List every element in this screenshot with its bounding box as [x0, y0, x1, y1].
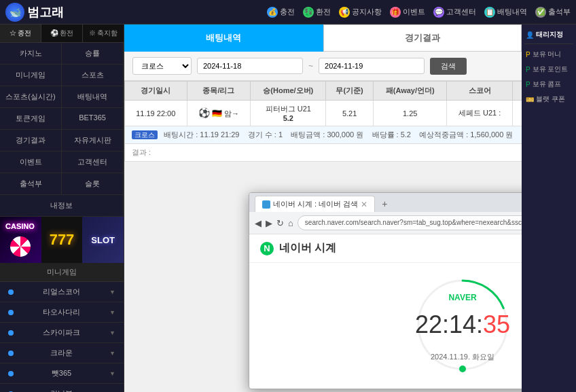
col-result: 결과	[513, 82, 522, 101]
sidebar-menu-token[interactable]: 토큰게임	[0, 108, 62, 130]
cell-league: ⚽ 🇩🇪 암→	[187, 101, 251, 126]
tab-label: 네이버 시계 : 네이버 검색	[273, 199, 358, 209]
sidebar-menu-attendance[interactable]: 출석부	[0, 173, 62, 195]
sidebar-tab-exchange[interactable]: ⚽ 환전	[41, 24, 83, 42]
slot-banner[interactable]: SLOT	[82, 217, 124, 263]
nav-item-exchange[interactable]: 💱 환전	[303, 7, 331, 18]
nav-item-attendance[interactable]: ✅ 출석부	[535, 7, 571, 18]
nav-item-notice[interactable]: 📢 공지사항	[339, 7, 382, 18]
sidebar-menu-casino[interactable]: 카지노	[0, 43, 62, 65]
slot-banner-777[interactable]: 777	[41, 217, 83, 263]
col-draw: 무(기준)	[326, 82, 374, 101]
nav-item-support[interactable]: 💬 고객센터	[433, 7, 476, 18]
bet-time: 배팅시간 : 11.19 21:29	[164, 130, 239, 139]
right-panel: 👤 태리지정 P 보유 머니 P 보유 포인트 P 보유 콤프 🎫 블랫 쿠폰	[522, 24, 576, 392]
naver-clock-label: NAVER	[448, 293, 476, 302]
casino-label: CASINO	[5, 222, 35, 230]
chevron-down-icon-3: ▼	[109, 329, 115, 336]
logo-icon: 🐋	[5, 3, 24, 22]
attendance-icon: ✅	[535, 7, 546, 18]
nav-refresh-button[interactable]: ↻	[276, 216, 284, 230]
panel-item-points[interactable]: P 보유 포인트	[524, 62, 573, 77]
sidebar-list-item-bet365[interactable]: 뺏365 ▼	[0, 363, 124, 384]
col-score: 스코어	[447, 82, 513, 101]
sidebar-menu-results[interactable]: 경기결과	[0, 130, 62, 152]
sidebar-menu-bet365[interactable]: BET365	[62, 108, 124, 130]
naver-n-logo: N	[260, 242, 274, 255]
game-count: 경기 수 : 1	[248, 130, 283, 139]
col-datetime: 경기일시	[125, 82, 187, 101]
bet-detail-row: 크로스 배팅시간 : 11.19 21:29 경기 수 : 1 배팅금액 : 3…	[125, 126, 522, 144]
sidebar-menu-betting-history[interactable]: 배팅내역	[62, 86, 124, 108]
chevron-down-icon-4: ▼	[109, 350, 115, 357]
nav-back-button[interactable]: ◀	[255, 216, 262, 230]
search-button[interactable]: 검색	[430, 58, 467, 75]
nav-forward-button[interactable]: ▶	[266, 216, 272, 230]
sidebar-menu-winrate[interactable]: 승룔	[62, 43, 124, 65]
cell-datetime: 11.19 22:00	[125, 101, 187, 126]
logo[interactable]: 🐋 범고래	[5, 3, 64, 22]
tab-game-results[interactable]: 경기결과	[323, 24, 522, 52]
cross-badge: 크로스	[132, 130, 158, 139]
sidebar-list-item-taosadari[interactable]: 타오사다리 ▼	[0, 302, 124, 323]
sidebar-menu-board[interactable]: 자유게시판	[62, 130, 124, 152]
exchange-icon: 💱	[303, 7, 314, 18]
date-from-input[interactable]	[197, 58, 303, 74]
casino-banner[interactable]: CASINO	[0, 217, 41, 263]
expected-win: 예상적중금액 : 1,560,000 원	[419, 130, 513, 139]
sidebar-menu-slot[interactable]: 슬롯	[62, 173, 124, 195]
charge-icon: 💰	[267, 7, 278, 18]
slot-777-icon: 777	[50, 231, 75, 249]
tab-betting-history[interactable]: 배팅내역	[124, 24, 323, 52]
tab-close-icon[interactable]: ✕	[361, 200, 367, 209]
browser-overlay: 네이버 시계 : 네이버 검색 ✕ + ◀ ▶ ↻ ⌂ search.naver…	[249, 192, 522, 389]
sport-filter-select[interactable]: 크로스	[132, 57, 192, 75]
clock-time-display: 22:14:35	[415, 310, 510, 339]
result-row: 결과 :	[125, 144, 522, 162]
event-icon: 🎁	[390, 7, 401, 18]
cell-home: 피터버그 U21 5.2	[251, 101, 326, 126]
browser-tab[interactable]: 네이버 시계 : 네이버 검색 ✕	[255, 196, 375, 212]
sidebar-list-item-runningball[interactable]: 런닝볼 ▼	[0, 384, 124, 392]
date-to-input[interactable]	[319, 58, 425, 74]
sidebar-list-item-skypark[interactable]: 스카이파크 ▼	[0, 323, 124, 343]
slot-label: SLOT	[91, 235, 115, 245]
sidebar-tab-favorites[interactable]: ※ 축지함	[83, 24, 124, 42]
sidebar-menu-events[interactable]: 이벤트	[0, 152, 62, 173]
chevron-down-icon-5: ▼	[109, 370, 115, 377]
dot-icon-2	[8, 310, 14, 315]
sidebar-list-item-crown[interactable]: 크라운 ▼	[0, 343, 124, 363]
betting-table: 경기일시 종목/리그 승(Home/오버) 무(기준) 패(Away/언더) 스…	[124, 81, 522, 162]
panel-item-comp[interactable]: P 보유 콤프	[524, 77, 573, 92]
money-icon: P	[526, 51, 530, 58]
comp-icon: P	[526, 81, 530, 88]
notice-icon: 📢	[339, 7, 350, 18]
url-text: search.naver.com/search.naver?sm=tab_sug…	[305, 218, 522, 228]
nav-item-charge[interactable]: 💰 충전	[267, 7, 295, 18]
sidebar-menu-sports[interactable]: 스포츠	[62, 65, 124, 86]
sidebar-menu-myinfo[interactable]: 내정보	[0, 195, 124, 217]
nav-item-betting[interactable]: 📋 배팅내역	[484, 7, 527, 18]
url-bar[interactable]: search.naver.com/search.naver?sm=tab_sug…	[298, 215, 522, 230]
logo-text: 범고래	[27, 4, 64, 20]
filter-bar: 크로스 ~ 검색	[124, 52, 522, 81]
sidebar-menu-sports-live[interactable]: 스포츠(실시간)	[0, 86, 62, 108]
bet-odds: 배당률 : 5.2	[372, 130, 411, 139]
col-away: 패(Away/언더)	[374, 82, 447, 101]
support-icon: 💬	[433, 7, 444, 18]
naver-title: 네이버 시계	[279, 241, 336, 255]
casino-chip	[10, 236, 31, 257]
cell-away: 1.25	[374, 101, 447, 126]
nav-item-event[interactable]: 🎁 이벤트	[390, 7, 425, 18]
sidebar-tab-sport[interactable]: ☆ 종전	[0, 24, 41, 42]
result-label: 결과 :	[132, 148, 151, 156]
panel-item-money[interactable]: P 보유 머니	[524, 47, 573, 62]
new-tab-button[interactable]: +	[376, 196, 393, 212]
dot-icon-4	[8, 351, 14, 356]
sidebar-menu-minigame[interactable]: 미니게임	[0, 65, 62, 86]
sidebar-menu-customer[interactable]: 고객센터	[62, 152, 124, 173]
chevron-down-icon-2: ▼	[109, 309, 115, 316]
panel-item-coupon[interactable]: 🎫 블랫 쿠폰	[524, 92, 573, 107]
sidebar-list-item-realscore[interactable]: 리얼스코어 ▼	[0, 282, 124, 302]
nav-home-button[interactable]: ⌂	[288, 216, 293, 230]
